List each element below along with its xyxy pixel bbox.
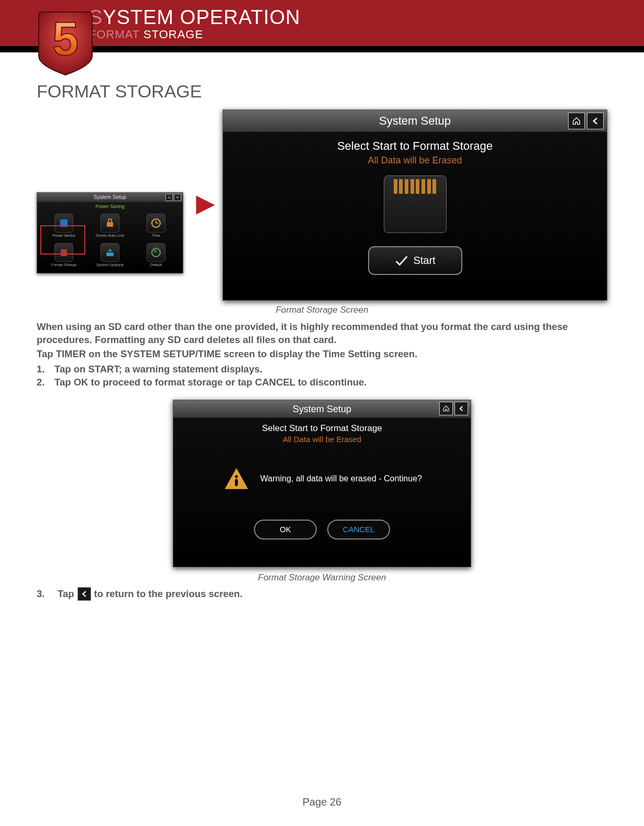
- arrow-right-icon: [194, 193, 217, 217]
- format-storage-warning-screen: System Setup Select Start to Format Stor…: [173, 400, 471, 567]
- header-subtitle: FORMAT STORAGE: [89, 28, 301, 41]
- header-title: SYSTEM OPERATION: [89, 6, 301, 29]
- screen-instruction-text: Select Start to Format Storage: [223, 139, 607, 153]
- screen-warning-text: All Data will be Erased: [173, 435, 471, 444]
- svg-rect-4: [106, 252, 114, 256]
- thumb-highlight-box: [40, 225, 85, 255]
- screen-instruction-text: Select Start to Format Storage: [173, 423, 471, 434]
- svg-rect-1: [107, 222, 113, 227]
- figure-format-storage: System Setup ⌂ < Power Saving Power Savi…: [37, 109, 607, 301]
- format-storage-screen: System Setup Select Start to Format Stor…: [223, 109, 607, 301]
- thumb-cell-screen-lock: Screen Auto Lock: [87, 213, 132, 241]
- step-3: 3. Tap to return to the previous screen.: [37, 587, 607, 601]
- thumb-title: System Setup: [94, 194, 126, 200]
- thumb-cell-default: Default: [134, 242, 179, 270]
- screen-title: System Setup: [379, 114, 451, 127]
- chapter-number-badge: 5: [37, 8, 94, 76]
- back-icon[interactable]: [454, 402, 468, 415]
- screen-title: System Setup: [293, 404, 351, 414]
- home-icon[interactable]: [439, 402, 453, 415]
- home-icon[interactable]: [568, 113, 585, 129]
- back-icon[interactable]: [587, 113, 604, 129]
- sd-card-icon: [384, 175, 447, 233]
- thumb-cell-time: Time: [134, 213, 179, 241]
- chapter-number: 5: [52, 13, 79, 65]
- page-footer: Page 26: [0, 796, 644, 808]
- thumb-cell-system-upgrade: System Upgrade: [87, 242, 132, 270]
- step-1: 1.Tap on START; a warning statement disp…: [37, 363, 607, 376]
- start-button[interactable]: Start: [368, 246, 462, 275]
- home-icon: ⌂: [165, 194, 173, 201]
- cancel-button[interactable]: CANCEL: [327, 520, 390, 539]
- figure-caption-2: Format Storage Warning Screen: [37, 572, 607, 583]
- body-text: When using an SD card other than the one…: [37, 321, 607, 389]
- step-2: 2.Tap OK to proceed to format storage or…: [37, 376, 607, 389]
- back-icon: <: [174, 194, 181, 201]
- checkmark-icon: [394, 254, 409, 268]
- thumb-subtitle: Power Saving: [37, 202, 183, 211]
- back-icon: [77, 587, 91, 601]
- warning-triangle-icon: [222, 465, 251, 493]
- ok-button[interactable]: OK: [254, 520, 317, 539]
- svg-point-6: [235, 475, 238, 478]
- section-title: FORMAT STORAGE: [37, 81, 607, 102]
- warning-message-text: Warning, all data will be erased - Conti…: [260, 474, 422, 483]
- system-setup-thumbnail: System Setup ⌂ < Power Saving Power Savi…: [37, 192, 183, 273]
- page-header: 5 SYSTEM OPERATION FORMAT STORAGE: [0, 0, 644, 52]
- svg-rect-7: [235, 479, 238, 486]
- figure-caption-1: Format Storage Screen: [37, 305, 607, 315]
- figure-warning-screen: System Setup Select Start to Format Stor…: [37, 400, 607, 567]
- screen-warning-text: All Data will be Erased: [223, 155, 607, 166]
